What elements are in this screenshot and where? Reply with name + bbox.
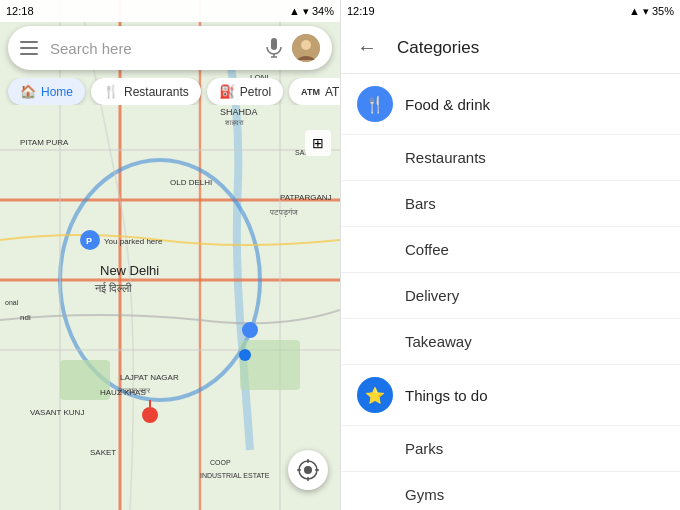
parks-item-label: Parks	[405, 440, 443, 457]
categories-header: ← Categories	[341, 22, 680, 74]
things-to-do-label: Things to do	[405, 387, 488, 404]
list-item[interactable]: Bars	[341, 181, 680, 227]
right-wifi-icon: ▾	[643, 5, 649, 18]
signal-icon: ▲	[289, 5, 300, 17]
svg-text:⊞: ⊞	[312, 135, 324, 151]
svg-text:P: P	[86, 236, 92, 246]
things-to-do-icon: ⭐	[357, 377, 393, 413]
svg-text:PATPARGANJ: PATPARGANJ	[280, 193, 332, 202]
bars-item-label: Bars	[405, 195, 436, 212]
food-drink-label: Food & drink	[405, 96, 490, 113]
svg-text:onal: onal	[5, 299, 19, 306]
svg-text:HAUZ KHAS: HAUZ KHAS	[100, 388, 146, 397]
user-avatar[interactable]	[292, 34, 320, 62]
svg-point-34	[242, 322, 258, 338]
restaurants-item-label: Restaurants	[405, 149, 486, 166]
categories-title: Categories	[397, 38, 479, 58]
takeaway-item-label: Takeaway	[405, 333, 472, 350]
svg-text:पटपड़गंज: पटपड़गंज	[269, 208, 298, 217]
list-item[interactable]: Parks	[341, 426, 680, 472]
food-drink-icon: 🍴	[357, 86, 393, 122]
coffee-item-label: Coffee	[405, 241, 449, 258]
right-time-display: 12:19	[347, 5, 375, 17]
atm-btn-icon: ATM	[301, 87, 320, 97]
svg-point-36	[142, 407, 158, 423]
quick-buttons-bar: 🏠 Home 🍴 Restaurants ⛽ Petrol ATM ATMs	[0, 78, 340, 105]
right-signal-icon: ▲	[629, 5, 640, 17]
svg-point-46	[304, 466, 312, 474]
list-item[interactable]: Restaurants	[341, 135, 680, 181]
svg-point-44	[301, 40, 311, 50]
svg-text:LAJPAT NAGAR: LAJPAT NAGAR	[120, 373, 179, 382]
svg-text:COOP: COOP	[210, 459, 231, 466]
hamburger-icon[interactable]	[20, 41, 38, 55]
right-battery-display: 35%	[652, 5, 674, 17]
svg-text:SAI: SAI	[295, 149, 306, 156]
svg-rect-11	[240, 340, 300, 390]
svg-text:OLD DELHI: OLD DELHI	[170, 178, 212, 187]
categories-list: 🍴 Food & drink Restaurants Bars Coffee D…	[341, 74, 680, 510]
svg-rect-40	[271, 38, 277, 50]
home-quick-btn[interactable]: 🏠 Home	[8, 78, 85, 105]
petrol-quick-btn[interactable]: ⛽ Petrol	[207, 78, 283, 105]
svg-point-35	[239, 349, 251, 361]
mic-icon[interactable]	[264, 38, 284, 58]
svg-text:New Delhi: New Delhi	[100, 263, 159, 278]
map-background: SHAHDA PITAM PURA ndi PATPARGANJ पटपड़गं…	[0, 0, 340, 510]
svg-text:PITAM PURA: PITAM PURA	[20, 138, 69, 147]
restaurants-quick-btn[interactable]: 🍴 Restaurants	[91, 78, 201, 105]
my-location-button[interactable]	[288, 450, 328, 490]
list-item[interactable]: Coffee	[341, 227, 680, 273]
svg-text:शाहदरा: शाहदरा	[224, 119, 244, 126]
list-item[interactable]: Delivery	[341, 273, 680, 319]
svg-text:SHAHDA: SHAHDA	[220, 107, 258, 117]
svg-rect-0	[0, 0, 340, 510]
status-bar: 12:18 ▲ ▾ 34%	[0, 0, 340, 22]
restaurants-btn-label: Restaurants	[124, 85, 189, 99]
food-drink-section-header[interactable]: 🍴 Food & drink	[341, 74, 680, 135]
things-to-do-section-header[interactable]: ⭐ Things to do	[341, 365, 680, 426]
gyms-item-label: Gyms	[405, 486, 444, 503]
search-placeholder[interactable]: Search here	[50, 40, 264, 57]
wifi-icon: ▾	[303, 5, 309, 18]
svg-text:VASANT KUNJ: VASANT KUNJ	[30, 408, 84, 417]
petrol-btn-label: Petrol	[240, 85, 271, 99]
search-bar[interactable]: Search here	[8, 26, 332, 70]
list-item[interactable]: Takeaway	[341, 319, 680, 365]
delivery-item-label: Delivery	[405, 287, 459, 304]
categories-panel: 12:19 ▲ ▾ 35% ← Categories 🍴 Food & drin…	[340, 0, 680, 510]
svg-text:INDUSTRIAL ESTATE: INDUSTRIAL ESTATE	[200, 472, 270, 479]
back-button[interactable]: ←	[357, 36, 377, 59]
svg-text:ndi: ndi	[20, 313, 31, 322]
svg-text:SAKET: SAKET	[90, 448, 116, 457]
map-panel: SHAHDA PITAM PURA ndi PATPARGANJ पटपड़गं…	[0, 0, 340, 510]
home-btn-label: Home	[41, 85, 73, 99]
time-display: 12:18	[6, 5, 34, 17]
right-status-bar: 12:19 ▲ ▾ 35%	[341, 0, 680, 22]
home-btn-icon: 🏠	[20, 84, 36, 99]
battery-display: 34%	[312, 5, 334, 17]
atms-quick-btn[interactable]: ATM ATMs	[289, 78, 340, 105]
svg-text:You parked here: You parked here	[104, 237, 163, 246]
list-item[interactable]: Gyms	[341, 472, 680, 510]
petrol-btn-icon: ⛽	[219, 84, 235, 99]
atms-btn-label: ATMs	[325, 85, 340, 99]
svg-text:नई दिल्ली: नई दिल्ली	[94, 282, 132, 294]
restaurants-btn-icon: 🍴	[103, 84, 119, 99]
